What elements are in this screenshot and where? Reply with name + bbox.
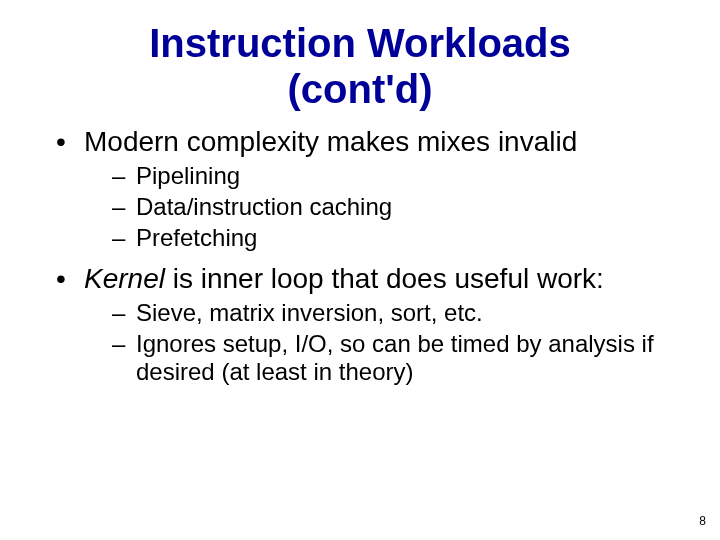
bullet-text: Modern complexity makes mixes invalid [84,126,577,157]
sub-bullet-text: Prefetching [136,224,257,251]
sub-bullet-item: Pipelining [84,162,670,191]
bullet-text: is inner loop that does useful work: [165,263,604,294]
sub-bullet-item: Sieve, matrix inversion, sort, etc. [84,299,670,328]
title-line-1: Instruction Workloads [149,21,571,65]
bullet-item: Modern complexity makes mixes invalid Pi… [50,126,670,253]
bullet-item: Kernel is inner loop that does useful wo… [50,263,670,388]
bullet-text-italic: Kernel [84,263,165,294]
page-number: 8 [699,514,706,528]
sub-bullet-text: Data/instruction caching [136,193,392,220]
sub-bullet-item: Ignores setup, I/O, so can be timed by a… [84,330,670,388]
sub-bullet-item: Data/instruction caching [84,193,670,222]
sub-bullet-text: Ignores setup, I/O, so can be timed by a… [136,330,654,386]
title-line-2: (cont'd) [287,67,432,111]
sub-bullet-item: Prefetching [84,224,670,253]
slide-title: Instruction Workloads (cont'd) [40,0,680,112]
sub-bullet-text: Sieve, matrix inversion, sort, etc. [136,299,483,326]
slide: Instruction Workloads (cont'd) Modern co… [0,0,720,540]
sub-bullet-list: Pipelining Data/instruction caching Pref… [84,162,670,252]
sub-bullet-text: Pipelining [136,162,240,189]
bullet-list: Modern complexity makes mixes invalid Pi… [50,126,670,387]
sub-bullet-list: Sieve, matrix inversion, sort, etc. Igno… [84,299,670,387]
slide-body: Modern complexity makes mixes invalid Pi… [50,126,670,387]
